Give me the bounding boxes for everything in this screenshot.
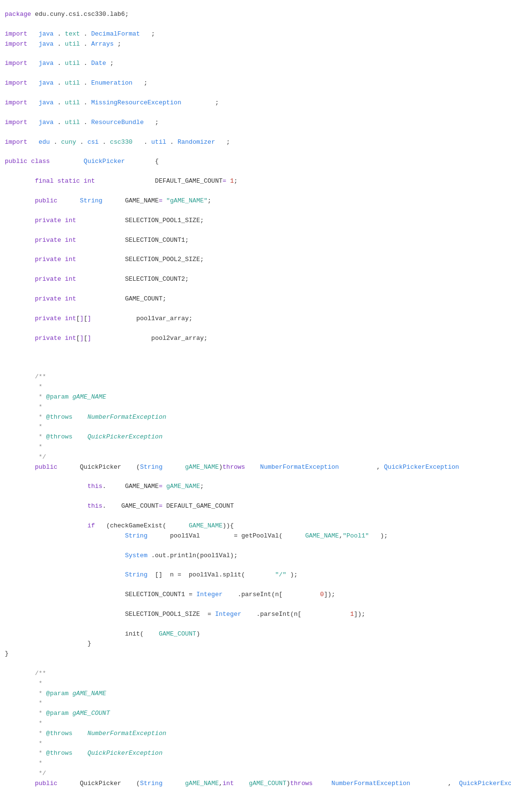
empty-line xyxy=(0,561,511,570)
line-javadoc-empty1: * xyxy=(0,382,511,392)
line-init: init( GAME_COUNT ) xyxy=(0,629,511,639)
empty-line xyxy=(0,128,511,137)
line-pool1val: String pool1Val = getPoolVal( GAME_NAME … xyxy=(0,531,511,541)
line-field4: private int SELECTION_COUNT1; xyxy=(0,236,511,246)
line-package: package edu.cuny.csi.csc330.lab6; xyxy=(0,10,511,20)
line-javadoc-end1: */ xyxy=(0,452,511,462)
line-constructor2-sig: public QuickPicker ( String gAME_NAME , … xyxy=(0,779,511,789)
line-javadoc2-throws2: * @throws QuickPickerException xyxy=(0,749,511,759)
empty-line xyxy=(0,472,511,482)
line-javadoc2-param1: * @param gAME_NAME xyxy=(0,689,511,699)
line-field7: private int GAME_COUNT; xyxy=(0,294,511,304)
empty-line xyxy=(0,620,511,629)
line-import3: import java . util . Date ; xyxy=(0,59,511,69)
line-n-array: String [] n = pool1Val.split( "/" ); xyxy=(0,570,511,580)
line-import2: import java . util . Arrays ; xyxy=(0,39,511,50)
keyword-package: package xyxy=(5,10,31,20)
empty-line xyxy=(0,362,511,372)
line-field5: private int SELECTION_POOL2_SIZE; xyxy=(0,255,511,265)
line-close-if: } xyxy=(0,639,511,649)
empty-line xyxy=(0,304,511,314)
line-import4: import java . util . Enumeration ; xyxy=(0,78,511,88)
empty-line xyxy=(0,108,511,118)
empty-line xyxy=(0,49,511,59)
package-name: edu.cuny.csi.csc330.lab6; xyxy=(35,10,128,20)
line-javadoc2-empty3: * xyxy=(0,719,511,729)
line-javadoc2-param2: * @param gAME_COUNT xyxy=(0,709,511,719)
empty-line xyxy=(0,187,511,196)
line-javadoc2-empty5: * xyxy=(0,759,511,769)
line-field9: private int [ ] [ ] pool2var_array; xyxy=(0,334,511,344)
line-class-decl: public class QuickPicker { xyxy=(0,157,511,167)
line-import7: import edu . cuny . csi . csc330 . util … xyxy=(0,137,511,148)
line-javadoc2-empty2: * xyxy=(0,699,511,709)
empty-line xyxy=(0,88,511,98)
empty-line xyxy=(0,265,511,275)
line-javadoc-start1: /** xyxy=(0,372,511,382)
empty-line xyxy=(0,245,511,255)
line-field1: final static int DEFAULT_GAME_COUNT = 1 … xyxy=(0,176,511,187)
line-field6: private int SELECTION_COUNT2; xyxy=(0,275,511,285)
line-sysout: System .out.println(pool1Val); xyxy=(0,551,511,561)
empty-line xyxy=(0,600,511,610)
line-constructor1-close: } xyxy=(0,649,511,659)
line-javadoc2-empty4: * xyxy=(0,739,511,749)
line-sel-size: SELECTION_POOL1_SIZE = Integer .parseInt… xyxy=(0,610,511,620)
line-javadoc2-start: /** xyxy=(0,669,511,679)
line-import6: import java . util . ResourceBundle ; xyxy=(0,118,511,128)
line-javadoc2-end: */ xyxy=(0,769,511,779)
empty-line xyxy=(0,343,511,353)
line-javadoc2-empty1: * xyxy=(0,679,511,689)
empty-line xyxy=(0,580,511,590)
empty-line xyxy=(0,353,511,362)
code-editor: package edu.cuny.csi.csc330.lab6; import… xyxy=(0,5,511,812)
line-constructor1-body1: this . GAME_NAME = gAME_NAME ; xyxy=(0,482,511,492)
line-constructor1-sig: public QuickPicker ( String gAME_NAME ) … xyxy=(0,462,511,473)
empty-line xyxy=(0,324,511,334)
line-import5: import java . util . MissingResourceExce… xyxy=(0,98,511,108)
line-javadoc-throws1: * @throws NumberFormatException xyxy=(0,412,511,423)
line-sel-count: SELECTION_COUNT1 = Integer .parseInt(n[ … xyxy=(0,590,511,600)
line-javadoc2-throws1: * @throws NumberFormatException xyxy=(0,729,511,739)
empty-line xyxy=(0,69,511,78)
line-constructor1-body2: this . GAME_COUNT = DEFAULT_GAME_COUNT xyxy=(0,501,511,512)
empty-line xyxy=(0,20,511,29)
empty-line xyxy=(0,541,511,551)
line-field2: public String GAME_NAME = "gAME_NAME" ; xyxy=(0,196,511,206)
line-javadoc-empty4: * xyxy=(0,442,511,452)
line-field3: private int SELECTION_POOL1_SIZE; xyxy=(0,216,511,226)
empty-line xyxy=(0,147,511,157)
empty-line xyxy=(0,226,511,236)
empty-line xyxy=(0,659,511,669)
empty-line xyxy=(0,285,511,294)
line-javadoc-empty2: * xyxy=(0,402,511,412)
empty-line xyxy=(0,512,511,521)
line-import1: import java . text . DecimalFormat ; xyxy=(0,29,511,39)
empty-line xyxy=(0,206,511,216)
line-javadoc-param1: * @param gAME_NAME xyxy=(0,392,511,402)
line-javadoc-throws2: * @throws QuickPickerException xyxy=(0,432,511,442)
line-field8: private int [ ] [ ] pool1var_array; xyxy=(0,314,511,324)
empty-line xyxy=(0,492,511,501)
line-if: if (checkGameExist( GAME_NAME )){ xyxy=(0,521,511,531)
line-javadoc-empty3: * xyxy=(0,422,511,432)
empty-line xyxy=(0,167,511,176)
